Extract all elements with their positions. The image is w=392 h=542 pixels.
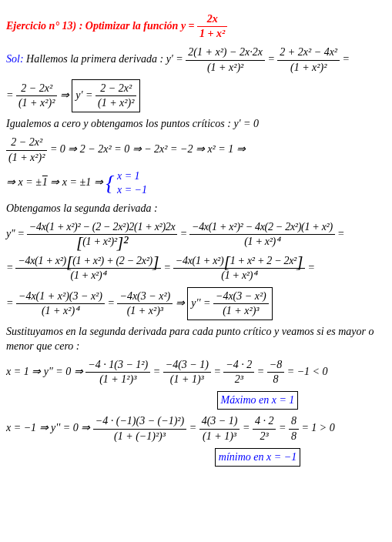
sol-label: Sol:	[6, 53, 24, 65]
d1-frac2: 2 + 2x² − 4x² (1 + x²)²	[277, 45, 340, 74]
eval-xneg1: x = −1 ⇒ y'' = 0 ⇒ −4 · (−1)(3 − (−1)²) …	[6, 414, 386, 443]
brace-icon: {	[106, 175, 114, 192]
minimum-box: mínimo en x = −1	[215, 448, 300, 467]
critical-eq-line2: ⇒ x = ±1 ⇒ x = ±1 ⇒ { x = 1 x = −1	[6, 169, 386, 197]
substitute-text: Sustituyamos en la segunda derivada para…	[6, 325, 386, 353]
critical-eq-line1: 2 − 2x² (1 + x²)² = 0 ⇒ 2 − 2x² = 0 ⇒ − …	[6, 136, 386, 164]
cases-block: x = 1 x = −1	[117, 169, 147, 197]
second-derivative-box: y'' = −4x(3 − x²) (1 + x²)³	[187, 287, 273, 320]
title-text: Optimizar la función	[85, 20, 181, 32]
maximum-box: Máximo en x = 1	[217, 391, 299, 410]
second-derivative-line2: = −4x(1 + x²)[(1 + x²) + (2 − 2x²)] (1 +…	[6, 254, 386, 283]
second-derivative-line1: y'' = −4x(1 + x²)² − (2 − 2x²)2(1 + x²)2…	[6, 220, 386, 249]
d1-lhs: y' =	[166, 53, 183, 65]
title-eq-lhs: y =	[181, 20, 195, 32]
d2-frac1: 2 − 2x² (1 + x²)²	[16, 82, 57, 110]
title-num: 2x	[197, 12, 227, 27]
first-derivative-box: y' = 2 − 2x² (1 + x²)²	[72, 79, 140, 112]
max-result: Máximo en x = 1	[6, 391, 386, 410]
first-derivative-line2: = 2 − 2x² (1 + x²)² ⇒ y' = 2 − 2x² (1 + …	[6, 79, 386, 112]
title-fraction: 2x 1 + x²	[197, 12, 227, 41]
title-den: 1 + x²	[197, 27, 227, 41]
second-derivative-line3: = −4x(1 + x²)(3 − x²) (1 + x²)⁴ = −4x(3 …	[6, 287, 386, 320]
equal-zero-text: Igualemos a cero y obtengamos los puntos…	[6, 117, 386, 131]
title-prefix: Ejercicio n° 13) :	[6, 20, 82, 32]
d1-frac1: 2(1 + x²) − 2x·2x (1 + x²)²	[186, 45, 265, 74]
sol-text: Hallemos la primera derivada :	[26, 53, 166, 65]
first-derivative-line1: Sol: Hallemos la primera derivada : y' =…	[6, 45, 386, 74]
eval-x1: x = 1 ⇒ y'' = 0 ⇒ −4 · 1(3 − 1²) (1 + 1²…	[6, 358, 386, 386]
exercise-title: Ejercicio n° 13) : Optimizar la función …	[6, 12, 386, 41]
min-result: mínimo en x = −1	[6, 448, 386, 467]
second-derivative-text: Obtengamos la segunda derivada :	[6, 202, 386, 216]
